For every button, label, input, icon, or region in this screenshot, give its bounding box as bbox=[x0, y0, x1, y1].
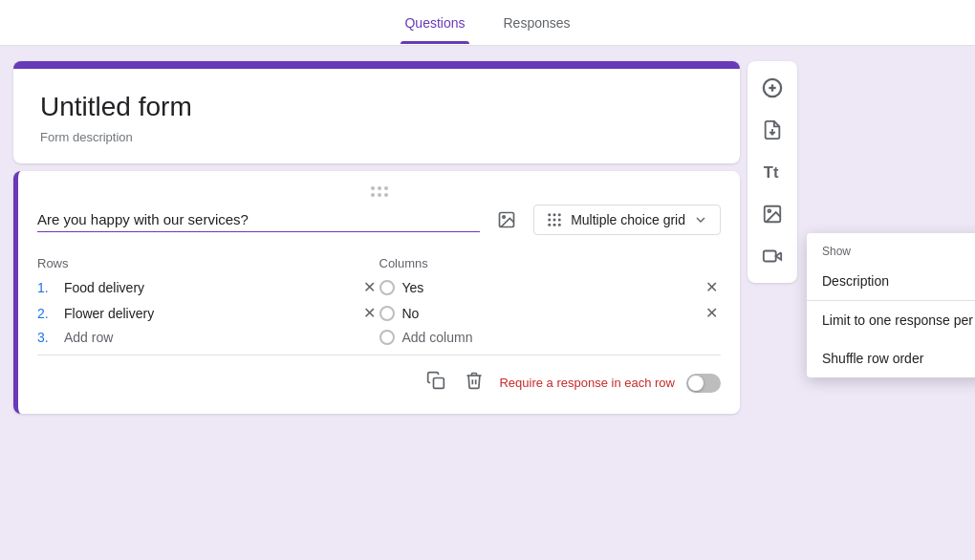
require-label: Require a response in each row bbox=[499, 376, 675, 390]
col-add-item: Add column bbox=[379, 330, 722, 345]
svg-point-2 bbox=[548, 213, 551, 216]
image-add-icon[interactable] bbox=[491, 205, 522, 235]
card-footer: Require a response in each row bbox=[37, 363, 721, 398]
type-label: Multiple choice grid bbox=[571, 212, 685, 227]
col-text-2[interactable]: No bbox=[402, 306, 695, 321]
tab-questions[interactable]: Questions bbox=[401, 2, 468, 44]
card-divider bbox=[37, 355, 721, 355]
radio-no bbox=[379, 306, 395, 321]
col-text-1[interactable]: Yes bbox=[402, 280, 695, 295]
svg-point-3 bbox=[553, 213, 556, 216]
delete-icon[interactable] bbox=[461, 367, 488, 398]
show-label: Show bbox=[807, 233, 975, 262]
question-input[interactable] bbox=[37, 207, 480, 232]
form-title: Untitled form bbox=[40, 92, 713, 122]
svg-point-18 bbox=[768, 209, 770, 212]
row-num-1: 1. bbox=[37, 280, 56, 295]
columns-column: Yes ✕ No ✕ Add column bbox=[379, 278, 722, 345]
svg-point-7 bbox=[558, 219, 561, 222]
svg-point-4 bbox=[558, 213, 561, 216]
add-row-btn[interactable]: Add row bbox=[64, 330, 113, 345]
type-selector[interactable]: Multiple choice grid bbox=[533, 205, 721, 235]
svg-point-8 bbox=[548, 224, 551, 226]
copy-icon[interactable] bbox=[422, 367, 449, 398]
question-card: Multiple choice grid Rows Columns 1. Foo… bbox=[13, 171, 740, 414]
title-card: Untitled form Form description bbox=[13, 61, 740, 163]
toggle-knob bbox=[688, 376, 704, 391]
form-description[interactable]: Form description bbox=[40, 130, 713, 144]
svg-rect-19 bbox=[764, 251, 776, 262]
radio-yes bbox=[379, 280, 395, 295]
limit-item[interactable]: Limit to one response per column bbox=[807, 301, 975, 339]
svg-point-1 bbox=[503, 216, 506, 219]
sidebar-toolbar: Tt bbox=[748, 61, 797, 283]
row-item-2: 2. Flower delivery ✕ bbox=[37, 304, 379, 322]
svg-rect-11 bbox=[434, 378, 444, 389]
svg-point-9 bbox=[553, 224, 556, 226]
svg-text:Tt: Tt bbox=[764, 163, 779, 181]
tab-responses[interactable]: Responses bbox=[500, 2, 574, 44]
row-delete-1[interactable]: ✕ bbox=[360, 278, 379, 296]
require-toggle[interactable] bbox=[686, 374, 721, 393]
main-area: Untitled form Form description bbox=[0, 46, 975, 560]
rows-column: 1. Food delivery ✕ 2. Flower delivery ✕ … bbox=[37, 278, 379, 345]
shuffle-item[interactable]: Shuffle row order bbox=[807, 339, 975, 377]
col-item-1: Yes ✕ bbox=[379, 278, 722, 296]
row-add-num: 3. bbox=[37, 330, 56, 345]
svg-point-5 bbox=[548, 219, 551, 222]
drag-handle bbox=[37, 186, 721, 197]
question-header: Multiple choice grid bbox=[37, 205, 721, 235]
add-video-btn[interactable] bbox=[753, 237, 791, 275]
row-text-1[interactable]: Food delivery bbox=[64, 280, 353, 295]
add-question-btn[interactable] bbox=[753, 69, 791, 107]
row-delete-2[interactable]: ✕ bbox=[360, 304, 379, 322]
add-image-btn[interactable] bbox=[753, 195, 791, 233]
right-sidebar: Tt Show Descri bbox=[748, 61, 797, 560]
description-item[interactable]: Description bbox=[807, 262, 975, 300]
svg-point-6 bbox=[553, 219, 556, 222]
radio-add bbox=[379, 330, 395, 345]
row-text-2[interactable]: Flower delivery bbox=[64, 306, 353, 321]
row-add-item: 3. Add row bbox=[37, 330, 379, 345]
col-delete-2[interactable]: ✕ bbox=[702, 304, 721, 322]
add-column-btn[interactable]: Add column bbox=[402, 330, 473, 345]
col-item-2: No ✕ bbox=[379, 304, 722, 322]
tab-bar: Questions Responses bbox=[0, 0, 975, 46]
form-cards: Untitled form Form description bbox=[13, 61, 740, 560]
columns-header: Columns bbox=[379, 250, 722, 278]
dropdown-panel: Show Description Limit to one response p… bbox=[807, 233, 975, 377]
rows-header: Rows bbox=[37, 250, 379, 278]
add-text-btn[interactable]: Tt bbox=[753, 153, 791, 191]
svg-point-10 bbox=[558, 224, 561, 226]
row-item-1: 1. Food delivery ✕ bbox=[37, 278, 379, 296]
col-delete-1[interactable]: ✕ bbox=[702, 278, 721, 296]
grid-table: Rows Columns 1. Food delivery ✕ 2. Flowe… bbox=[37, 250, 721, 345]
row-num-2: 2. bbox=[37, 306, 56, 321]
import-btn[interactable] bbox=[753, 111, 791, 149]
